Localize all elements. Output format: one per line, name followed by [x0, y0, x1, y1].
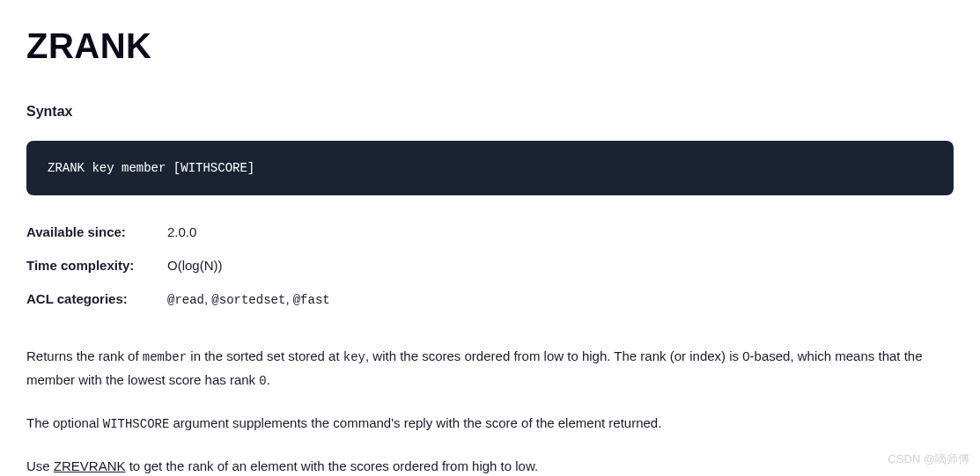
sep: ,: [285, 291, 292, 306]
acl-tag: @sortedset: [211, 293, 285, 307]
text: to get the rank of an element with the s…: [126, 458, 539, 473]
text: in the sorted set stored at: [187, 348, 343, 363]
meta-label: Time complexity:: [26, 255, 167, 276]
code-withscore: WITHSCORE: [103, 417, 170, 431]
code-member: member: [143, 350, 187, 364]
meta-label: ACL categories:: [26, 289, 167, 310]
syntax-code-block: ZRANK key member [WITHSCORE]: [26, 141, 954, 195]
acl-tag: @fast: [293, 293, 330, 307]
description-paragraph-2: The optional WITHSCORE argument suppleme…: [26, 412, 954, 436]
meta-row-available-since: Available since: 2.0.0: [26, 222, 954, 243]
text: Use: [26, 458, 54, 473]
meta-table: Available since: 2.0.0 Time complexity: …: [26, 222, 954, 310]
zrevrank-link[interactable]: ZREVRANK: [54, 458, 126, 473]
meta-row-acl-categories: ACL categories: @read, @sortedset, @fast: [26, 289, 954, 310]
meta-label: Available since:: [26, 222, 167, 243]
text: .: [267, 372, 270, 387]
description-paragraph-1: Returns the rank of member in the sorted…: [26, 345, 954, 392]
meta-value: 2.0.0: [167, 222, 196, 243]
meta-value: O(log(N)): [167, 255, 223, 276]
acl-tag: @read: [167, 293, 204, 307]
syntax-heading: Syntax: [26, 100, 954, 123]
code-rank: 0: [259, 374, 266, 388]
page-title: ZRANK: [26, 18, 954, 74]
meta-row-time-complexity: Time complexity: O(log(N)): [26, 255, 954, 276]
code-key: key: [343, 350, 365, 364]
text: The optional: [26, 415, 103, 430]
meta-value-acl: @read, @sortedset, @fast: [167, 289, 330, 310]
text: Returns the rank of: [26, 348, 143, 363]
text: argument supplements the command's reply…: [169, 415, 661, 430]
description: Returns the rank of member in the sorted…: [26, 345, 954, 476]
description-paragraph-3: Use ZREVRANK to get the rank of an eleme…: [26, 455, 954, 476]
